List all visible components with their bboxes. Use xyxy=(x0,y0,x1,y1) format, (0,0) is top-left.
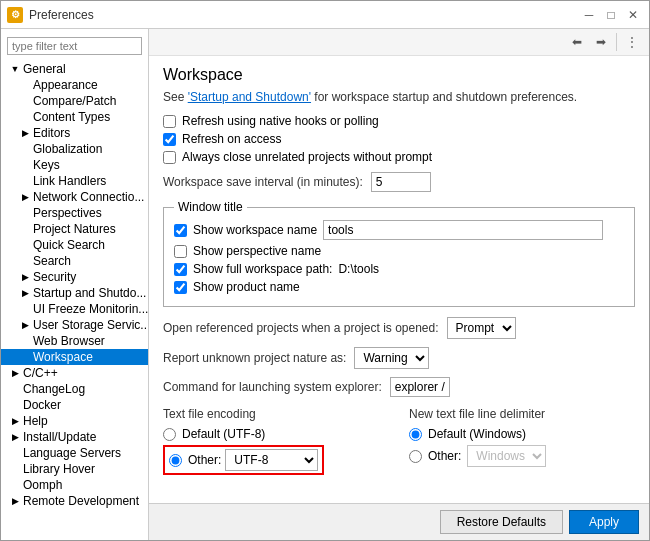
encoding-other-row: Other: UTF-8 UTF-16 ISO-8859-1 US-ASCII xyxy=(163,445,324,475)
delimiter-other-row: Other: Windows Unix Mac xyxy=(409,445,635,467)
expand-icon-ui-freeze xyxy=(19,303,31,315)
open-referenced-select[interactable]: Prompt Always Never xyxy=(447,317,516,339)
encoding-other-select[interactable]: UTF-8 UTF-16 ISO-8859-1 US-ASCII xyxy=(225,449,318,471)
sidebar-item-editors[interactable]: ▶Editors xyxy=(1,125,148,141)
sidebar-item-compare-patch[interactable]: Compare/Patch xyxy=(1,93,148,109)
delimiter-other-label: Other: xyxy=(428,449,461,463)
encoding-default-radio[interactable] xyxy=(163,428,176,441)
sidebar-item-label-startup-shutdown: Startup and Shutdo... xyxy=(33,286,146,300)
sidebar-item-help[interactable]: ▶Help xyxy=(1,413,148,429)
close-unrelated-checkbox[interactable] xyxy=(163,151,176,164)
apply-button[interactable]: Apply xyxy=(569,510,639,534)
desc-suffix: for workspace startup and shutdown prefe… xyxy=(311,90,577,104)
encoding-default-row: Default (UTF-8) xyxy=(163,427,389,441)
menu-button[interactable]: ⋮ xyxy=(621,31,643,53)
delimiter-default-label: Default (Windows) xyxy=(428,427,526,441)
show-full-path-checkbox[interactable] xyxy=(174,263,187,276)
title-bar: ⚙ Preferences ─ □ ✕ xyxy=(1,1,649,29)
expand-icon-docker xyxy=(9,399,21,411)
expand-icon-oomph xyxy=(9,479,21,491)
close-button[interactable]: ✕ xyxy=(623,5,643,25)
sidebar-item-web-browser[interactable]: Web Browser xyxy=(1,333,148,349)
forward-button[interactable]: ➡ xyxy=(590,31,612,53)
sidebar-item-globalization[interactable]: Globalization xyxy=(1,141,148,157)
sidebar-item-label-workspace: Workspace xyxy=(33,350,93,364)
sidebar-item-user-storage[interactable]: ▶User Storage Servic... xyxy=(1,317,148,333)
maximize-button[interactable]: □ xyxy=(601,5,621,25)
show-product-checkbox[interactable] xyxy=(174,281,187,294)
sidebar-item-perspectives[interactable]: Perspectives xyxy=(1,205,148,221)
preferences-window: ⚙ Preferences ─ □ ✕ ▼GeneralAppearanceCo… xyxy=(0,0,650,541)
desc-text: See xyxy=(163,90,188,104)
show-workspace-name-label: Show workspace name xyxy=(193,223,317,237)
sidebar-item-ui-freeze[interactable]: UI Freeze Monitorin... xyxy=(1,301,148,317)
delimiter-other-radio[interactable] xyxy=(409,450,422,463)
show-perspective-checkbox[interactable] xyxy=(174,245,187,258)
sidebar-item-label-compare-patch: Compare/Patch xyxy=(33,94,116,108)
sidebar-search-input[interactable] xyxy=(7,37,142,55)
text-encoding-col: Text file encoding Default (UTF-8) Other… xyxy=(163,407,389,475)
top-checkboxes: Refresh using native hooks or polling Re… xyxy=(163,114,635,164)
show-workspace-name-checkbox[interactable] xyxy=(174,224,187,237)
restore-defaults-button[interactable]: Restore Defaults xyxy=(440,510,563,534)
sidebar-item-remote-development[interactable]: ▶Remote Development xyxy=(1,493,148,509)
sidebar-item-label-network-conn: Network Connectio... xyxy=(33,190,144,204)
description: See 'Startup and Shutdown' for workspace… xyxy=(163,90,635,104)
sidebar-item-label-appearance: Appearance xyxy=(33,78,98,92)
sidebar-item-cpp[interactable]: ▶C/C++ xyxy=(1,365,148,381)
report-unknown-select[interactable]: Warning Error Ignore xyxy=(354,347,429,369)
command-explorer-input[interactable] xyxy=(390,377,450,397)
sidebar-item-general[interactable]: ▼General xyxy=(1,61,148,77)
expand-icon-install-update: ▶ xyxy=(9,431,21,443)
close-unrelated-label: Always close unrelated projects without … xyxy=(182,150,432,164)
refresh-access-checkbox[interactable] xyxy=(163,133,176,146)
window-title-legend: Window title xyxy=(174,200,247,214)
sidebar-item-label-editors: Editors xyxy=(33,126,70,140)
sidebar-item-link-handlers[interactable]: Link Handlers xyxy=(1,173,148,189)
sidebar-item-appearance[interactable]: Appearance xyxy=(1,77,148,93)
sidebar-item-docker[interactable]: Docker xyxy=(1,397,148,413)
sidebar-item-changelog[interactable]: ChangeLog xyxy=(1,381,148,397)
checkbox-refresh-access: Refresh on access xyxy=(163,132,635,146)
content-panel: ⬅ ➡ ⋮ Workspace See 'Startup and Shutdow… xyxy=(149,29,649,540)
sidebar-item-project-natures[interactable]: Project Natures xyxy=(1,221,148,237)
sidebar-search-container xyxy=(7,37,142,55)
sidebar: ▼GeneralAppearanceCompare/PatchContent T… xyxy=(1,29,149,540)
sidebar-item-language-servers[interactable]: Language Servers xyxy=(1,445,148,461)
report-unknown-row: Report unknown project nature as: Warnin… xyxy=(163,347,635,369)
save-interval-input[interactable] xyxy=(371,172,431,192)
expand-icon-perspectives xyxy=(19,207,31,219)
minimize-button[interactable]: ─ xyxy=(579,5,599,25)
sidebar-item-search[interactable]: Search xyxy=(1,253,148,269)
back-button[interactable]: ⬅ xyxy=(566,31,588,53)
delimiter-other-select[interactable]: Windows Unix Mac xyxy=(467,445,546,467)
sidebar-item-security[interactable]: ▶Security xyxy=(1,269,148,285)
window-title-group: Window title Show workspace name Show pe… xyxy=(163,200,635,307)
title-controls: ─ □ ✕ xyxy=(579,5,643,25)
sidebar-item-label-globalization: Globalization xyxy=(33,142,102,156)
show-perspective-label: Show perspective name xyxy=(193,244,321,258)
sidebar-item-network-conn[interactable]: ▶Network Connectio... xyxy=(1,189,148,205)
sidebar-item-keys[interactable]: Keys xyxy=(1,157,148,173)
sidebar-item-label-ui-freeze: UI Freeze Monitorin... xyxy=(33,302,148,316)
delimiter-default-radio[interactable] xyxy=(409,428,422,441)
expand-icon-user-storage: ▶ xyxy=(19,319,31,331)
encoding-other-radio[interactable] xyxy=(169,454,182,467)
startup-link[interactable]: 'Startup and Shutdown' xyxy=(188,90,311,104)
sidebar-item-content-types[interactable]: Content Types xyxy=(1,109,148,125)
expand-icon-cpp: ▶ xyxy=(9,367,21,379)
sidebar-item-label-remote-development: Remote Development xyxy=(23,494,139,508)
sidebar-item-oomph[interactable]: Oomph xyxy=(1,477,148,493)
sidebar-item-quick-search[interactable]: Quick Search xyxy=(1,237,148,253)
sidebar-item-install-update[interactable]: ▶Install/Update xyxy=(1,429,148,445)
expand-icon-search xyxy=(19,255,31,267)
sidebar-item-workspace[interactable]: Workspace xyxy=(1,349,148,365)
sidebar-item-startup-shutdown[interactable]: ▶Startup and Shutdo... xyxy=(1,285,148,301)
sidebar-item-label-keys: Keys xyxy=(33,158,60,172)
workspace-name-input[interactable] xyxy=(323,220,603,240)
sidebar-item-library-hover[interactable]: Library Hover xyxy=(1,461,148,477)
sidebar-item-label-install-update: Install/Update xyxy=(23,430,96,444)
native-hooks-checkbox[interactable] xyxy=(163,115,176,128)
show-full-path-row: Show full workspace path: D:\tools xyxy=(174,262,624,276)
sidebar-item-label-oomph: Oomph xyxy=(23,478,62,492)
